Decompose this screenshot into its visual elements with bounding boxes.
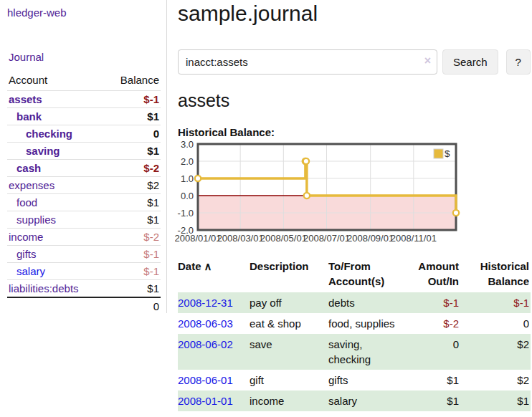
svg-text:2008/11/01: 2008/11/01	[391, 233, 437, 244]
sidebar-item-journal[interactable]: Journal	[9, 51, 44, 63]
svg-text:-1.0: -1.0	[178, 208, 194, 219]
register-row: 2008-06-02 save saving, checking 0 $2	[178, 334, 531, 370]
transaction-accounts: saving, checking	[328, 334, 407, 370]
account-link-bank[interactable]: bank	[16, 110, 42, 123]
transaction-description: save	[250, 334, 328, 370]
svg-text:2008/09/01: 2008/09/01	[347, 233, 394, 244]
account-row: expenses$2	[7, 177, 161, 194]
main-content: sample.journal × Search ? assets Histori…	[178, 0, 531, 411]
account-link-checking[interactable]: checking	[26, 128, 72, 140]
register-header-description: Description	[250, 257, 328, 292]
account-balance: $-1	[84, 246, 161, 263]
register-row: 2008-06-01 gift gifts $1 $2	[178, 370, 531, 390]
account-link-supplies[interactable]: supplies	[16, 214, 56, 226]
account-row: salary$-1	[7, 263, 161, 280]
account-balance: $-2	[84, 160, 161, 177]
transaction-amount: 0	[407, 334, 465, 370]
accounts-total-balance: 0	[84, 297, 161, 315]
transaction-date-link[interactable]: 2008-06-03	[178, 317, 233, 330]
account-balance: $1	[84, 280, 161, 298]
transaction-description: pay off	[250, 292, 328, 313]
chart-heading: Historical Balance:	[178, 126, 531, 138]
register-header-amount: Amount Out/In	[407, 257, 465, 292]
search-button[interactable]: Search	[442, 49, 498, 75]
account-balance: $1	[84, 108, 161, 125]
register-row: 2008-06-03 eat & shop food, supplies $-2…	[178, 313, 531, 334]
account-balance: $-2	[84, 229, 161, 246]
transaction-accounts: food, supplies	[328, 313, 407, 334]
search-input[interactable]	[178, 49, 437, 75]
account-row: assets$-1	[7, 91, 161, 108]
transaction-balance: $2	[465, 370, 531, 390]
account-balance: $1	[84, 194, 161, 211]
transaction-description: income	[250, 390, 328, 411]
account-row: food$1	[7, 194, 161, 211]
svg-text:$: $	[445, 148, 450, 159]
account-row: gifts$-1	[7, 246, 161, 263]
account-row: saving$1	[7, 143, 161, 160]
sidebar: hledger-web Journal Account Balance asse…	[0, 0, 167, 313]
account-row: liabilities:debts$1	[7, 280, 161, 298]
accounts-header-account: Account	[7, 72, 84, 91]
svg-text:1.0: 1.0	[181, 173, 194, 184]
register-header-row: Date∧ Description To/From Account(s) Amo…	[178, 257, 531, 292]
transaction-description: eat & shop	[250, 313, 328, 334]
svg-text:2008/05/01: 2008/05/01	[260, 233, 307, 244]
transaction-date-link[interactable]: 2008-06-01	[178, 374, 233, 386]
register-table: Date∧ Description To/From Account(s) Amo…	[178, 257, 531, 411]
transaction-accounts: debts	[328, 292, 407, 313]
accounts-total-row: 0	[7, 297, 161, 315]
register-header-account: To/From Account(s)	[328, 257, 407, 292]
clear-search-icon[interactable]: ×	[424, 55, 431, 67]
account-link-assets[interactable]: assets	[9, 93, 42, 105]
account-row: checking0	[7, 125, 161, 143]
sort-asc-icon: ∧	[204, 260, 212, 272]
account-link-expenses[interactable]: expenses	[9, 179, 54, 191]
account-row: supplies$1	[7, 211, 161, 229]
accounts-table: Account Balance assets$-1 bank$1 checkin…	[7, 72, 161, 315]
transaction-date-link[interactable]: 2008-01-01	[178, 395, 233, 407]
historical-balance-chart: $3.02.01.00.0-1.0-2.02008/01/012008/03/0…	[175, 141, 462, 244]
register-row: 2008-12-31 pay off debts $-1 $-1	[178, 292, 531, 313]
account-balance: $-1	[84, 91, 161, 108]
transaction-balance: $-1	[465, 292, 531, 313]
transaction-description: gift	[250, 370, 328, 390]
transaction-amount: $-2	[407, 313, 465, 334]
search-form: × Search ?	[178, 49, 531, 75]
register-header-balance: Historical Balance	[465, 257, 531, 292]
account-balance: 0	[84, 125, 161, 143]
svg-text:3.0: 3.0	[181, 141, 194, 150]
account-link-salary[interactable]: salary	[16, 265, 45, 277]
transaction-amount: $-1	[407, 292, 465, 313]
transaction-accounts: gifts	[328, 370, 407, 390]
svg-text:0.0: 0.0	[181, 191, 194, 201]
transaction-amount: $1	[407, 390, 465, 411]
account-link-saving[interactable]: saving	[26, 145, 60, 157]
account-heading: assets	[178, 90, 531, 111]
account-link-gifts[interactable]: gifts	[16, 248, 37, 260]
svg-text:2008/03/01: 2008/03/01	[217, 233, 264, 244]
app-title-link[interactable]: hledger-web	[7, 6, 67, 19]
register-header-date: Date∧	[178, 257, 250, 292]
account-row: income$-2	[7, 229, 161, 246]
account-link-food[interactable]: food	[16, 196, 37, 208]
transaction-balance: 0	[465, 313, 531, 334]
accounts-header-balance: Balance	[84, 72, 161, 91]
account-link-liabilities-debts[interactable]: liabilities:debts	[9, 282, 79, 294]
page-title: sample.journal	[178, 1, 531, 26]
transaction-date-link[interactable]: 2008-06-02	[178, 338, 233, 350]
account-link-income[interactable]: income	[9, 231, 43, 243]
transaction-date-link[interactable]: 2008-12-31	[178, 297, 233, 309]
account-balance: $1	[84, 143, 161, 160]
account-row: cash$-2	[7, 160, 161, 177]
account-link-cash[interactable]: cash	[16, 162, 41, 174]
transaction-accounts: salary	[328, 390, 407, 411]
svg-text:2008/07/01: 2008/07/01	[303, 233, 350, 244]
help-button[interactable]: ?	[506, 49, 531, 75]
account-balance: $1	[84, 211, 161, 229]
svg-text:2008/01/01: 2008/01/01	[175, 233, 222, 244]
transaction-balance: $1	[465, 390, 531, 411]
account-row: bank$1	[7, 108, 161, 125]
account-balance: $-1	[84, 263, 161, 280]
transaction-amount: $1	[407, 370, 465, 390]
